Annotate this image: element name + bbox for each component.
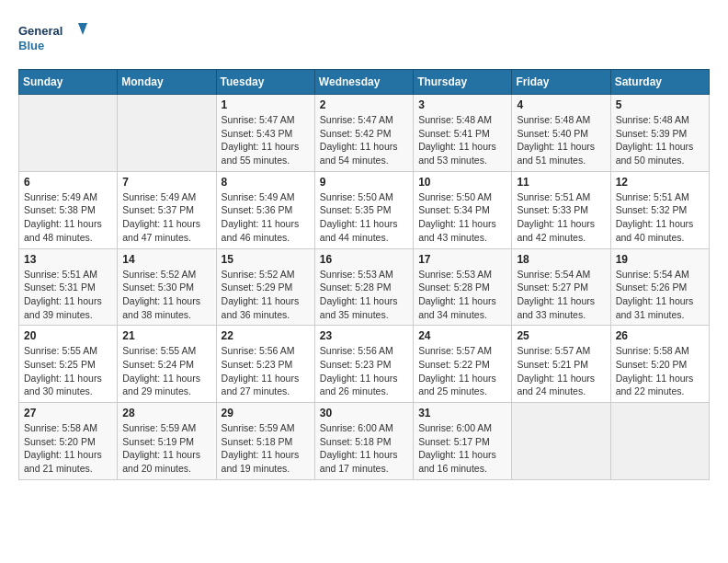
day-number: 17: [418, 253, 506, 266]
day-number: 19: [616, 253, 704, 266]
calendar-cell: 26Sunrise: 5:58 AM Sunset: 5:20 PM Dayli…: [610, 326, 709, 403]
day-number: 9: [320, 176, 408, 189]
calendar-week-1: 1Sunrise: 5:47 AM Sunset: 5:43 PM Daylig…: [19, 95, 710, 172]
day-number: 14: [122, 253, 210, 266]
day-number: 28: [122, 407, 210, 419]
calendar-cell: 14Sunrise: 5:52 AM Sunset: 5:30 PM Dayli…: [118, 248, 216, 326]
day-number: 4: [517, 98, 605, 111]
day-info: Sunrise: 5:49 AM Sunset: 5:37 PM Dayligh…: [122, 190, 210, 245]
calendar-cell: 15Sunrise: 5:52 AM Sunset: 5:29 PM Dayli…: [216, 248, 314, 326]
day-number: 18: [517, 253, 605, 266]
day-number: 20: [24, 329, 112, 342]
day-number: 29: [222, 407, 310, 419]
day-info: Sunrise: 5:57 AM Sunset: 5:21 PM Dayligh…: [517, 344, 605, 398]
day-number: 6: [24, 176, 112, 189]
calendar-week-3: 13Sunrise: 5:51 AM Sunset: 5:31 PM Dayli…: [19, 248, 710, 326]
calendar-cell: [19, 95, 118, 172]
day-number: 5: [616, 98, 704, 111]
calendar-cell: 3Sunrise: 5:48 AM Sunset: 5:41 PM Daylig…: [414, 95, 512, 172]
calendar-cell: 21Sunrise: 5:55 AM Sunset: 5:24 PM Dayli…: [118, 326, 216, 403]
calendar-cell: 27Sunrise: 5:58 AM Sunset: 5:20 PM Dayli…: [19, 403, 118, 480]
day-number: 15: [222, 253, 310, 266]
day-info: Sunrise: 5:59 AM Sunset: 5:18 PM Dayligh…: [222, 421, 310, 476]
calendar-cell: 16Sunrise: 5:53 AM Sunset: 5:28 PM Dayli…: [314, 248, 413, 326]
day-number: 23: [320, 329, 408, 342]
day-info: Sunrise: 5:51 AM Sunset: 5:31 PM Dayligh…: [24, 268, 112, 322]
day-info: Sunrise: 5:59 AM Sunset: 5:19 PM Dayligh…: [122, 421, 210, 476]
day-info: Sunrise: 5:53 AM Sunset: 5:28 PM Dayligh…: [418, 268, 506, 322]
calendar-cell: 25Sunrise: 5:57 AM Sunset: 5:21 PM Dayli…: [512, 326, 610, 403]
day-number: 16: [320, 253, 408, 266]
day-info: Sunrise: 5:52 AM Sunset: 5:30 PM Dayligh…: [122, 268, 210, 322]
calendar-cell: 2Sunrise: 5:47 AM Sunset: 5:42 PM Daylig…: [314, 95, 413, 172]
calendar-cell: 10Sunrise: 5:50 AM Sunset: 5:34 PM Dayli…: [414, 171, 512, 248]
day-info: Sunrise: 5:50 AM Sunset: 5:35 PM Dayligh…: [320, 190, 408, 245]
page-header: General Blue: [18, 18, 710, 60]
weekday-header-saturday: Saturday: [610, 70, 709, 95]
calendar-cell: 22Sunrise: 5:56 AM Sunset: 5:23 PM Dayli…: [216, 326, 314, 403]
day-number: 13: [24, 253, 112, 266]
day-info: Sunrise: 5:51 AM Sunset: 5:32 PM Dayligh…: [616, 190, 704, 245]
svg-text:General: General: [18, 24, 63, 38]
day-number: 12: [616, 176, 704, 189]
day-number: 3: [418, 98, 506, 111]
day-number: 24: [418, 329, 506, 342]
calendar-week-4: 20Sunrise: 5:55 AM Sunset: 5:25 PM Dayli…: [19, 326, 710, 403]
calendar-cell: 5Sunrise: 5:48 AM Sunset: 5:39 PM Daylig…: [610, 95, 709, 172]
day-info: Sunrise: 5:49 AM Sunset: 5:38 PM Dayligh…: [24, 190, 112, 245]
logo: General Blue: [18, 18, 92, 60]
calendar-cell: 12Sunrise: 5:51 AM Sunset: 5:32 PM Dayli…: [610, 171, 709, 248]
weekday-header-row: SundayMondayTuesdayWednesdayThursdayFrid…: [19, 70, 710, 95]
day-info: Sunrise: 5:57 AM Sunset: 5:22 PM Dayligh…: [418, 344, 506, 398]
calendar-cell: 24Sunrise: 5:57 AM Sunset: 5:22 PM Dayli…: [414, 326, 512, 403]
calendar-cell: [610, 403, 709, 480]
calendar-cell: 11Sunrise: 5:51 AM Sunset: 5:33 PM Dayli…: [512, 171, 610, 248]
day-info: Sunrise: 5:55 AM Sunset: 5:24 PM Dayligh…: [122, 344, 210, 398]
day-number: 31: [418, 407, 506, 419]
day-info: Sunrise: 5:47 AM Sunset: 5:43 PM Dayligh…: [222, 113, 310, 167]
general-blue-logo: General Blue: [18, 18, 92, 60]
calendar-cell: [512, 403, 610, 480]
calendar-cell: 1Sunrise: 5:47 AM Sunset: 5:43 PM Daylig…: [216, 95, 314, 172]
calendar-cell: 7Sunrise: 5:49 AM Sunset: 5:37 PM Daylig…: [118, 171, 216, 248]
day-number: 26: [616, 329, 704, 342]
calendar-cell: 31Sunrise: 6:00 AM Sunset: 5:17 PM Dayli…: [414, 403, 512, 480]
day-info: Sunrise: 5:52 AM Sunset: 5:29 PM Dayligh…: [222, 268, 310, 322]
weekday-header-wednesday: Wednesday: [314, 70, 413, 95]
day-info: Sunrise: 5:47 AM Sunset: 5:42 PM Dayligh…: [320, 113, 408, 167]
day-number: 1: [222, 98, 310, 111]
day-info: Sunrise: 5:56 AM Sunset: 5:23 PM Dayligh…: [222, 344, 310, 398]
day-info: Sunrise: 5:55 AM Sunset: 5:25 PM Dayligh…: [24, 344, 112, 398]
day-info: Sunrise: 5:49 AM Sunset: 5:36 PM Dayligh…: [222, 190, 310, 245]
day-number: 21: [122, 329, 210, 342]
calendar-cell: 19Sunrise: 5:54 AM Sunset: 5:26 PM Dayli…: [610, 248, 709, 326]
calendar-cell: 9Sunrise: 5:50 AM Sunset: 5:35 PM Daylig…: [314, 171, 413, 248]
day-number: 27: [24, 407, 112, 419]
day-number: 30: [320, 407, 408, 419]
day-number: 25: [517, 329, 605, 342]
day-info: Sunrise: 5:51 AM Sunset: 5:33 PM Dayligh…: [517, 190, 605, 245]
calendar-cell: 8Sunrise: 5:49 AM Sunset: 5:36 PM Daylig…: [216, 171, 314, 248]
weekday-header-tuesday: Tuesday: [216, 70, 314, 95]
day-number: 7: [122, 176, 210, 189]
calendar-cell: 23Sunrise: 5:56 AM Sunset: 5:23 PM Dayli…: [314, 326, 413, 403]
calendar-cell: [118, 95, 216, 172]
svg-marker-2: [78, 23, 87, 35]
day-number: 2: [320, 98, 408, 111]
weekday-header-friday: Friday: [512, 70, 610, 95]
day-info: Sunrise: 5:58 AM Sunset: 5:20 PM Dayligh…: [616, 344, 704, 398]
calendar-cell: 4Sunrise: 5:48 AM Sunset: 5:40 PM Daylig…: [512, 95, 610, 172]
calendar-cell: 6Sunrise: 5:49 AM Sunset: 5:38 PM Daylig…: [19, 171, 118, 248]
calendar-body: 1Sunrise: 5:47 AM Sunset: 5:43 PM Daylig…: [19, 95, 710, 480]
day-number: 10: [418, 176, 506, 189]
day-info: Sunrise: 5:50 AM Sunset: 5:34 PM Dayligh…: [418, 190, 506, 245]
svg-text:Blue: Blue: [18, 39, 44, 52]
calendar-cell: 20Sunrise: 5:55 AM Sunset: 5:25 PM Dayli…: [19, 326, 118, 403]
day-info: Sunrise: 5:58 AM Sunset: 5:20 PM Dayligh…: [24, 421, 112, 476]
calendar-cell: 30Sunrise: 6:00 AM Sunset: 5:18 PM Dayli…: [314, 403, 413, 480]
calendar-week-2: 6Sunrise: 5:49 AM Sunset: 5:38 PM Daylig…: [19, 171, 710, 248]
calendar-cell: 28Sunrise: 5:59 AM Sunset: 5:19 PM Dayli…: [118, 403, 216, 480]
day-info: Sunrise: 5:53 AM Sunset: 5:28 PM Dayligh…: [320, 268, 408, 322]
day-number: 11: [517, 176, 605, 189]
calendar-cell: 13Sunrise: 5:51 AM Sunset: 5:31 PM Dayli…: [19, 248, 118, 326]
